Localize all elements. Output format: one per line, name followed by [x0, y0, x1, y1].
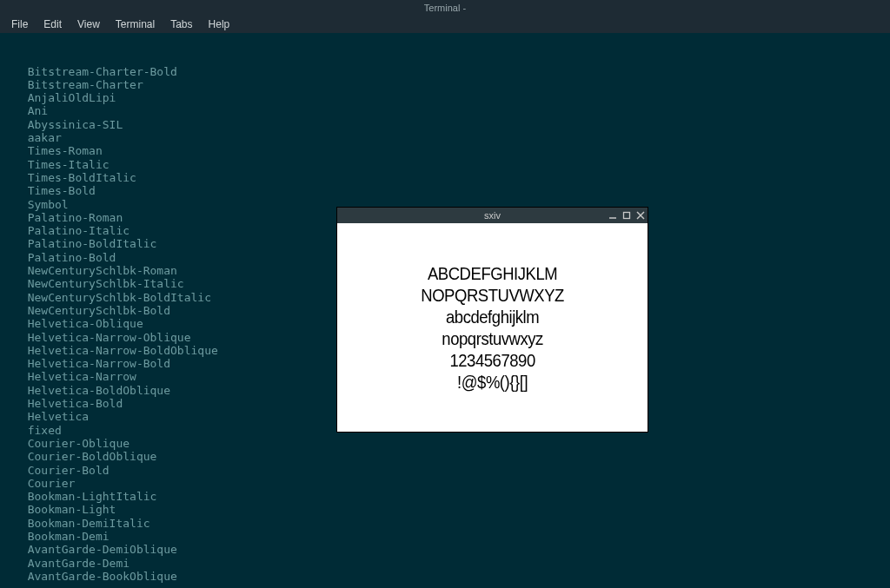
- list-item[interactable]: AvantGarde-DemiOblique: [14, 543, 890, 556]
- menu-file[interactable]: File: [3, 17, 36, 32]
- list-item[interactable]: Courier: [14, 477, 890, 490]
- menu-tabs[interactable]: Tabs: [163, 17, 200, 32]
- list-item[interactable]: Abyssinica-SIL: [14, 118, 890, 131]
- font-sample: ABCDEFGHIJKLM NOPQRSTUVWXYZ abcdefghijkl…: [421, 262, 564, 393]
- svg-rect-1: [624, 213, 630, 219]
- minimize-icon[interactable]: [608, 211, 617, 220]
- sample-line: abcdefghijklm: [421, 306, 564, 327]
- list-item[interactable]: Bookman-Demi: [14, 530, 890, 543]
- sxiv-preview-window[interactable]: sxiv ABCDEFGHIJKLM NOPQRSTUVWXYZ abcdefg…: [337, 208, 648, 432]
- menu-terminal[interactable]: Terminal: [108, 17, 163, 32]
- list-item[interactable]: Times-Roman: [14, 144, 890, 157]
- sxiv-title: sxiv: [337, 210, 648, 221]
- menu-edit[interactable]: Edit: [36, 17, 70, 32]
- list-item[interactable]: Courier-BoldOblique: [14, 450, 890, 463]
- sample-line: nopqrstuvwxyz: [421, 327, 564, 349]
- list-item[interactable]: Times-Italic: [14, 158, 890, 171]
- list-item[interactable]: aakar: [14, 131, 890, 144]
- sample-line: ABCDEFGHIJKLM: [421, 262, 564, 284]
- menu-view[interactable]: View: [70, 17, 108, 32]
- sample-line: !@$%(){}[]: [421, 371, 564, 393]
- list-item[interactable]: AvantGarde-Demi: [14, 557, 890, 570]
- window-title-bar: Terminal -: [0, 0, 890, 16]
- list-item[interactable]: Bookman-LightItalic: [14, 490, 890, 503]
- list-item[interactable]: AvantGarde-BookOblique: [14, 570, 890, 583]
- list-item[interactable]: Bitstream-Charter: [14, 78, 890, 91]
- menu-bar: File Edit View Terminal Tabs Help: [0, 16, 890, 33]
- window-title: Terminal -: [424, 3, 466, 13]
- menu-help[interactable]: Help: [201, 17, 238, 32]
- sxiv-window-controls: [608, 208, 645, 223]
- list-item[interactable]: Bookman-Light: [14, 503, 890, 516]
- sxiv-titlebar[interactable]: sxiv: [337, 208, 648, 223]
- list-item[interactable]: Courier-Bold: [14, 464, 890, 477]
- list-item[interactable]: AnjaliOldLipi: [14, 91, 890, 104]
- sample-line: 1234567890: [421, 349, 564, 371]
- maximize-icon[interactable]: [622, 211, 631, 220]
- list-item[interactable]: Ani: [14, 104, 890, 117]
- list-item[interactable]: Bookman-DemiItalic: [14, 517, 890, 530]
- list-item[interactable]: Times-BoldItalic: [14, 171, 890, 184]
- list-item[interactable]: Bitstream-Charter-Bold: [14, 65, 890, 78]
- list-item[interactable]: Times-Bold: [14, 184, 890, 197]
- close-icon[interactable]: [636, 211, 645, 220]
- list-item[interactable]: Courier-Oblique: [14, 437, 890, 450]
- sample-line: NOPQRSTUVWXYZ: [421, 284, 564, 306]
- sxiv-content: ABCDEFGHIJKLM NOPQRSTUVWXYZ abcdefghijkl…: [337, 223, 648, 432]
